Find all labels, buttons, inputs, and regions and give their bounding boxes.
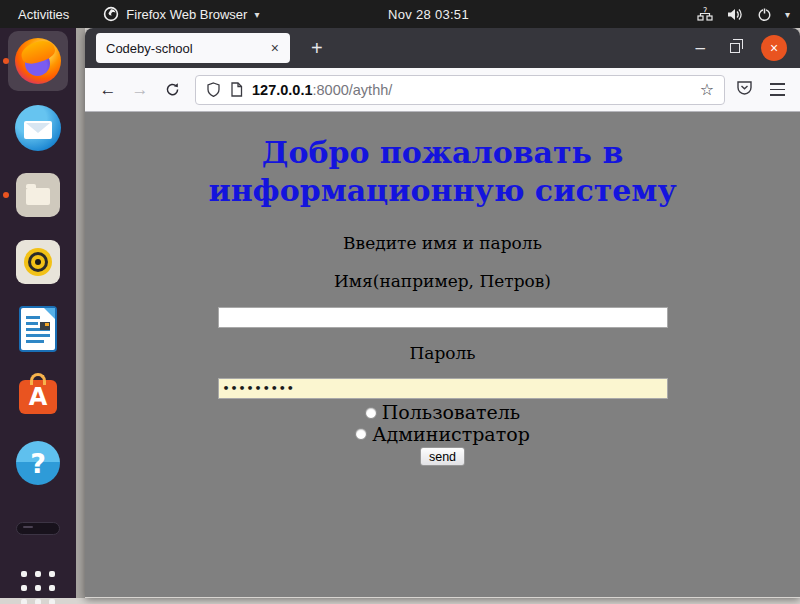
dock-item-help[interactable]: ? [14, 439, 62, 487]
running-indicator-dot [3, 192, 9, 198]
bookmark-star-icon[interactable]: ☆ [700, 80, 714, 99]
radio-user[interactable] [365, 407, 377, 419]
tab-title: Codeby-school [106, 41, 266, 56]
shield-icon[interactable] [206, 82, 221, 98]
tab-bar: Codeby-school × + – × [85, 28, 800, 68]
minimized-window-icon [16, 522, 60, 535]
ubuntu-software-icon: A [19, 380, 57, 414]
back-button[interactable]: ← [93, 75, 123, 105]
top-panel: Activities Firefox Web Browser ▾ Nov 28 … [0, 0, 800, 28]
power-icon[interactable] [757, 7, 772, 22]
dock-item-minimized-window[interactable] [14, 506, 62, 554]
new-tab-button[interactable]: + [305, 37, 329, 60]
restore-button[interactable] [730, 43, 740, 53]
firefox-panel-icon [103, 6, 119, 22]
radio-admin-label: Администратор [372, 425, 530, 445]
system-menu-chevron-icon[interactable]: ▾ [785, 9, 790, 20]
reload-icon [165, 82, 180, 97]
window-controls: – × [696, 28, 787, 68]
rhythmbox-icon [16, 240, 60, 284]
running-indicator-dot [3, 58, 9, 64]
url-text[interactable]: 127.0.0.1:8000/aythh/ [252, 82, 691, 98]
navigation-toolbar: ← → 127.0.0.1:8000/aythh/ ☆ [85, 68, 800, 112]
page-title-line2: информационную систему [85, 172, 800, 210]
page-title: Добро пожаловать в информационную систем… [85, 134, 800, 210]
forward-button[interactable]: → [125, 75, 155, 105]
files-icon [16, 173, 60, 217]
dock: A ? [0, 28, 76, 598]
desktop-wallpaper-strip [76, 598, 800, 604]
web-page: Добро пожаловать в информационную систем… [85, 112, 800, 597]
minimize-button[interactable]: – [696, 43, 705, 53]
url-bar[interactable]: 127.0.0.1:8000/aythh/ ☆ [195, 75, 725, 105]
firefox-icon [15, 38, 61, 84]
page-title-line1: Добро пожаловать в [85, 134, 800, 172]
dock-item-libreoffice-writer[interactable] [14, 305, 62, 353]
libreoffice-writer-icon [21, 308, 55, 350]
url-path: :8000/aythh/ [312, 82, 392, 98]
desktop: Activities Firefox Web Browser ▾ Nov 28 … [0, 0, 800, 604]
close-button[interactable]: × [761, 35, 787, 61]
app-menu-label: Firefox Web Browser [126, 7, 247, 22]
password-input[interactable] [218, 378, 668, 399]
dock-item-files[interactable] [14, 171, 62, 219]
password-label: Пароль [85, 343, 800, 363]
firefox-window: Codeby-school × + – × ← → [85, 28, 800, 598]
tab-codeby-school[interactable]: Codeby-school × [96, 33, 290, 63]
toolbar-right [735, 75, 792, 105]
clock[interactable]: Nov 28 03:51 [388, 7, 469, 22]
menu-hamburger-icon[interactable] [762, 75, 792, 105]
help-icon: ? [16, 441, 60, 485]
reload-button[interactable] [157, 75, 187, 105]
thunderbird-icon [15, 105, 61, 151]
url-host: 127.0.0.1 [252, 82, 312, 98]
show-applications-grid-icon [21, 571, 55, 604]
app-menu-caret-icon: ▾ [254, 9, 259, 20]
page-info-icon[interactable] [230, 82, 243, 97]
volume-icon[interactable] [727, 7, 744, 22]
svg-text:?: ? [703, 7, 707, 16]
form-subtitle: Введите имя и пароль [85, 233, 800, 253]
network-unknown-icon[interactable]: ? [697, 7, 714, 22]
activities-button[interactable]: Activities [0, 0, 87, 28]
radio-user-label: Пользователь [382, 403, 520, 423]
dock-item-firefox[interactable] [14, 37, 62, 85]
show-applications-button[interactable] [14, 564, 62, 604]
desktop-wallpaper-strip [76, 28, 85, 598]
app-menu[interactable]: Firefox Web Browser ▾ [103, 6, 259, 22]
role-option-admin[interactable]: Администратор [85, 425, 800, 445]
name-label: Имя(например, Петров) [85, 271, 800, 291]
name-input[interactable] [218, 307, 668, 328]
tab-close-icon[interactable]: × [266, 39, 284, 57]
dock-item-rhythmbox[interactable] [14, 238, 62, 286]
pocket-icon[interactable] [735, 78, 754, 101]
role-option-user[interactable]: Пользователь [85, 403, 800, 423]
radio-admin[interactable] [355, 428, 367, 440]
dock-item-thunderbird[interactable] [14, 104, 62, 152]
dock-item-ubuntu-software[interactable]: A [14, 372, 62, 420]
send-button[interactable]: send [420, 447, 465, 466]
